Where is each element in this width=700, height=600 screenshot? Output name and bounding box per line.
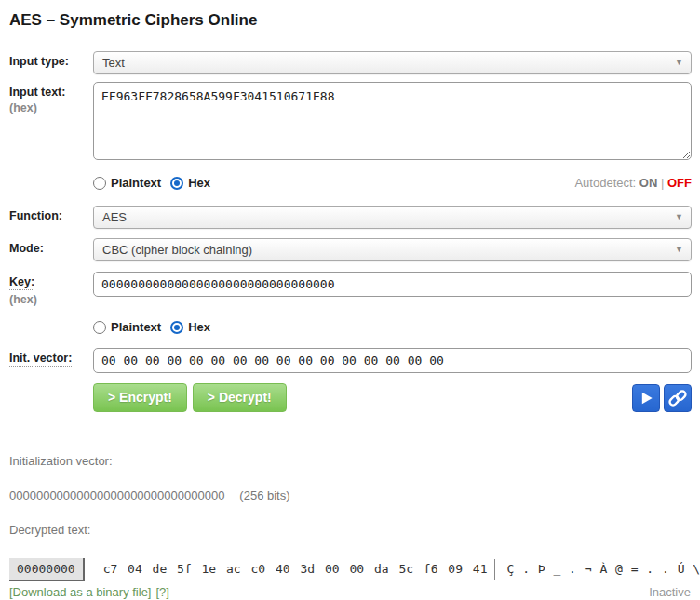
run-button[interactable]	[632, 384, 660, 412]
input-hex-label[interactable]: Hex	[188, 176, 210, 190]
input-type-selected-value: Text	[102, 56, 125, 70]
hexdump-separator	[494, 559, 495, 580]
init-vector-label: Init. vector:	[9, 352, 72, 367]
page-title: AES – Symmetric Ciphers Online	[9, 11, 700, 30]
iv-result-heading: Initialization vector:	[9, 454, 700, 468]
status-inactive-text: Inactive	[649, 585, 691, 599]
key-row: Key: (hex)	[9, 272, 692, 306]
footer-row: [Download as a binary file] [?] Inactive	[9, 585, 691, 599]
hexdump-bytes: c7 04 de 5f 1e ac c0 40 3d 00 00 da 5c f…	[85, 558, 488, 581]
encrypt-button[interactable]: > Encrypt!	[93, 383, 187, 412]
input-text-row: Input text: (hex) EF963FF7828658A599F304…	[9, 82, 692, 164]
autodetect-label: Autodetect:	[574, 176, 636, 190]
init-vector-row: Init. vector:	[9, 348, 692, 373]
hexdump-ascii: Ç . Þ _ . ¬ À @ = . . Ú \ ö . A	[497, 558, 700, 581]
decrypt-button[interactable]: > Decrypt!	[193, 383, 287, 412]
function-selected-value: AES	[102, 210, 127, 224]
input-type-select[interactable]: Text ▼	[93, 51, 692, 74]
key-hex-label[interactable]: Hex	[188, 320, 210, 334]
autodetect-off-link[interactable]: OFF	[667, 176, 692, 190]
input-plaintext-radio[interactable]	[93, 177, 106, 190]
actions-row: > Encrypt! > Decrypt!	[9, 383, 692, 412]
key-plaintext-label[interactable]: Plaintext	[111, 320, 161, 334]
link-icon	[667, 388, 688, 408]
function-select[interactable]: AES ▼	[93, 206, 692, 229]
aes-tool-page: AES – Symmetric Ciphers Online Input typ…	[0, 11, 700, 600]
function-label: Function:	[9, 209, 93, 222]
init-vector-input[interactable]	[93, 348, 692, 373]
mode-select[interactable]: CBC (cipher block chaining) ▼	[93, 238, 692, 261]
autodetect-control: Autodetect: ON | OFF	[574, 176, 692, 190]
key-label: Key:	[9, 275, 34, 290]
key-plaintext-radio[interactable]	[93, 321, 106, 334]
decrypted-heading: Decrypted text:	[9, 523, 700, 537]
chevron-down-icon: ▼	[675, 59, 683, 67]
iv-result-bits: (256 bits)	[239, 488, 289, 502]
download-binary-link[interactable]: [Download as a binary file]	[9, 585, 151, 599]
hexdump-row: 00000000 c7 04 de 5f 1e ac c0 40 3d 00 0…	[9, 558, 700, 581]
help-link[interactable]: [?]	[155, 585, 168, 599]
permalink-button[interactable]	[664, 384, 692, 412]
input-format-row: Plaintext Hex Autodetect: ON | OFF	[9, 176, 692, 190]
input-text-hex-sublabel: (hex)	[9, 101, 93, 114]
input-text-textarea[interactable]: EF963FF7828658A599F3041510671E88	[93, 82, 692, 160]
chevron-down-icon: ▼	[675, 246, 683, 254]
mode-selected-value: CBC (cipher block chaining)	[102, 243, 252, 257]
key-hex-sublabel: (hex)	[9, 293, 93, 306]
input-type-row: Input type: Text ▼	[9, 51, 692, 74]
input-text-label: Input text:	[9, 86, 93, 99]
input-type-label: Input type:	[9, 55, 93, 68]
iv-result-line: 00000000000000000000000000000000 (256 bi…	[9, 488, 700, 502]
play-icon	[637, 389, 655, 407]
key-format-row: Plaintext Hex	[9, 320, 692, 334]
input-plaintext-label[interactable]: Plaintext	[111, 176, 161, 190]
mode-row: Mode: CBC (cipher block chaining) ▼	[9, 238, 692, 261]
key-hex-radio[interactable]	[170, 321, 183, 334]
iv-result-value: 00000000000000000000000000000000	[9, 488, 224, 502]
function-row: Function: AES ▼	[9, 206, 692, 229]
hexdump-offset: 00000000	[9, 558, 85, 581]
autodetect-on-link[interactable]: ON	[639, 176, 658, 190]
mode-label: Mode:	[9, 242, 93, 255]
input-hex-radio[interactable]	[170, 177, 183, 190]
chevron-down-icon: ▼	[675, 213, 683, 221]
key-input[interactable]	[93, 272, 692, 297]
autodetect-separator: |	[661, 176, 664, 190]
